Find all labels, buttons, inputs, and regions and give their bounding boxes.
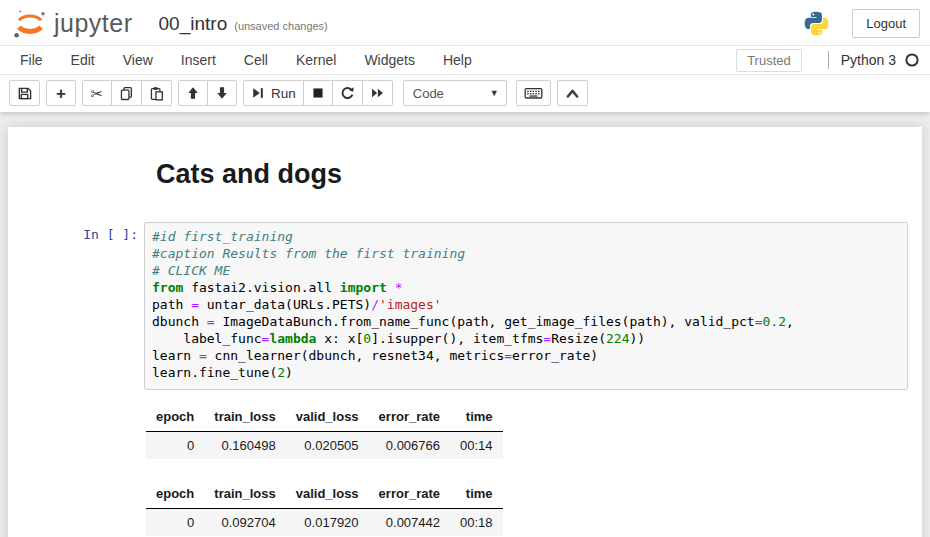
code-line: from fastai2.vision.all import * bbox=[152, 279, 903, 296]
header: jupyter 00_intro (unsaved changes) Logou… bbox=[0, 0, 930, 112]
code-line: # CLICK ME bbox=[152, 262, 903, 279]
run-icon bbox=[251, 86, 265, 100]
cell-type-selected-value: Code bbox=[413, 86, 444, 101]
table-cell: 0.020505 bbox=[286, 432, 369, 460]
restart-run-all-button[interactable] bbox=[362, 80, 393, 106]
code-line: path = untar_data(URLs.PETS)/'images' bbox=[152, 296, 903, 313]
input-prompt: In [ ]: bbox=[8, 222, 144, 390]
paste-cell-button[interactable] bbox=[141, 80, 172, 106]
table-cell: 0.006766 bbox=[369, 432, 450, 460]
training-results-table: epochtrain_lossvalid_losserror_ratetime0… bbox=[146, 481, 503, 537]
python-logo-icon bbox=[803, 10, 830, 37]
training-results-table: epochtrain_lossvalid_losserror_ratetime0… bbox=[146, 404, 503, 459]
code-line: learn = cnn_learner(dbunch, resnet34, me… bbox=[152, 347, 903, 364]
menu-edit[interactable]: Edit bbox=[57, 46, 109, 74]
notebook-container: Cats and dogs In [ ]: #id first_training… bbox=[8, 127, 922, 537]
table-header-cell: epoch bbox=[146, 481, 204, 509]
paste-icon bbox=[149, 86, 164, 101]
notebook-title[interactable]: 00_intro bbox=[159, 13, 228, 35]
site: Cats and dogs In [ ]: #id first_training… bbox=[0, 112, 930, 537]
menu-help[interactable]: Help bbox=[429, 46, 486, 74]
jupyter-logo[interactable]: jupyter bbox=[12, 8, 133, 40]
table-cell: 0 bbox=[146, 432, 204, 460]
code-line: label_func=lambda x: x[0].isupper(), ite… bbox=[152, 330, 903, 347]
menu-widgets[interactable]: Widgets bbox=[350, 46, 429, 74]
kernel-indicator-icon bbox=[904, 52, 920, 68]
move-cell-up-button[interactable] bbox=[178, 80, 208, 106]
dropdown-caret-icon: ▼ bbox=[490, 88, 499, 98]
stop-icon bbox=[311, 86, 325, 100]
kernel-name: Python 3 bbox=[841, 52, 896, 68]
output-area: epochtrain_lossvalid_losserror_ratetime0… bbox=[146, 404, 908, 537]
menu-view[interactable]: View bbox=[109, 46, 167, 74]
save-button[interactable] bbox=[9, 80, 40, 106]
table-cell: 0.007442 bbox=[369, 509, 450, 537]
keyboard-icon bbox=[524, 85, 543, 101]
table-header-cell: valid_loss bbox=[286, 404, 369, 432]
table-header-cell: time bbox=[450, 481, 503, 509]
code-line: #caption Results from the first training bbox=[152, 245, 903, 262]
table-header-cell: time bbox=[450, 404, 503, 432]
menu-items: FileEditViewInsertCellKernelWidgetsHelp bbox=[6, 46, 486, 74]
table-header-cell: train_loss bbox=[204, 404, 285, 432]
cell-type-select[interactable]: Code ▼ bbox=[403, 80, 507, 106]
cut-icon: ✂ bbox=[91, 86, 104, 101]
toolbar: + ✂ bbox=[0, 75, 930, 112]
jupyter-app: jupyter 00_intro (unsaved changes) Logou… bbox=[0, 0, 930, 537]
table-row: 00.0927040.0179200.00744200:18 bbox=[146, 509, 503, 537]
code-area: #id first_training#caption Results from … bbox=[152, 228, 903, 381]
menubar-divider bbox=[828, 51, 829, 69]
save-icon bbox=[17, 86, 32, 101]
move-cell-down-button[interactable] bbox=[207, 80, 237, 106]
run-button-label: Run bbox=[271, 86, 296, 101]
header-bar: jupyter 00_intro (unsaved changes) Logou… bbox=[0, 0, 930, 45]
table-cell: 00:18 bbox=[450, 509, 503, 537]
menubar: FileEditViewInsertCellKernelWidgetsHelp … bbox=[0, 45, 930, 75]
table-cell: 0 bbox=[146, 509, 204, 537]
table-cell: 0.160498 bbox=[204, 432, 285, 460]
move-down-icon bbox=[215, 86, 229, 100]
code-line: #id first_training bbox=[152, 228, 903, 245]
restart-icon bbox=[340, 86, 355, 101]
collapse-headings-button[interactable] bbox=[557, 80, 588, 106]
code-line: dbunch = ImageDataBunch.from_name_func(p… bbox=[152, 313, 903, 330]
menubar-right: Trusted Python 3 bbox=[736, 49, 920, 72]
table-header-cell: error_rate bbox=[369, 404, 450, 432]
command-palette-button[interactable] bbox=[516, 80, 551, 106]
cut-cell-button[interactable]: ✂ bbox=[82, 80, 112, 106]
code-line: learn.fine_tune(2) bbox=[152, 364, 903, 381]
table-header-cell: train_loss bbox=[204, 481, 285, 509]
markdown-heading[interactable]: Cats and dogs bbox=[156, 159, 922, 190]
add-cell-button[interactable]: + bbox=[46, 80, 76, 106]
jupyter-logo-text: jupyter bbox=[54, 9, 133, 38]
jupyter-logo-icon bbox=[12, 8, 48, 40]
table-header-cell: error_rate bbox=[369, 481, 450, 509]
menu-insert[interactable]: Insert bbox=[167, 46, 230, 74]
code-input[interactable]: #id first_training#caption Results from … bbox=[144, 222, 908, 390]
checkpoint-status: (unsaved changes) bbox=[234, 15, 328, 32]
menu-kernel[interactable]: Kernel bbox=[282, 46, 350, 74]
menu-file[interactable]: File bbox=[6, 46, 57, 74]
table-header-cell: epoch bbox=[146, 404, 204, 432]
table-header-row: epochtrain_lossvalid_losserror_ratetime bbox=[146, 481, 503, 509]
table-row: 00.1604980.0205050.00676600:14 bbox=[146, 432, 503, 460]
code-cell[interactable]: In [ ]: #id first_training#caption Resul… bbox=[8, 222, 922, 390]
logout-button[interactable]: Logout bbox=[852, 9, 920, 38]
chevron-up-icon bbox=[565, 87, 580, 100]
copy-icon bbox=[119, 86, 134, 101]
fast-forward-icon bbox=[370, 86, 385, 100]
table-header-cell: valid_loss bbox=[286, 481, 369, 509]
table-cell: 00:14 bbox=[450, 432, 503, 460]
plus-icon: + bbox=[56, 85, 66, 102]
menu-cell[interactable]: Cell bbox=[230, 46, 282, 74]
table-header-row: epochtrain_lossvalid_losserror_ratetime bbox=[146, 404, 503, 432]
interrupt-kernel-button[interactable] bbox=[303, 80, 333, 106]
run-button[interactable]: Run bbox=[243, 80, 304, 106]
table-cell: 0.092704 bbox=[204, 509, 285, 537]
move-up-icon bbox=[186, 86, 200, 100]
restart-kernel-button[interactable] bbox=[332, 80, 363, 106]
table-cell: 0.017920 bbox=[286, 509, 369, 537]
copy-cell-button[interactable] bbox=[111, 80, 142, 106]
trusted-badge: Trusted bbox=[736, 49, 802, 72]
